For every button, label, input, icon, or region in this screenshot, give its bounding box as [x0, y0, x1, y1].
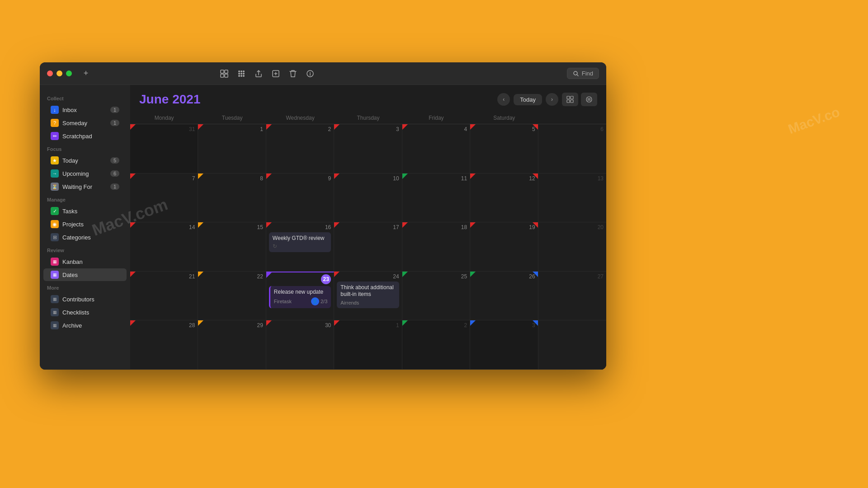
table-row[interactable]: 15: [198, 222, 266, 272]
cal-cell-23[interactable]: 23 Release new update Firetask 👤 2/3: [266, 272, 334, 321]
share-icon[interactable]: [254, 69, 264, 79]
table-row[interactable]: 25: [402, 272, 470, 321]
dates-icon: ▦: [51, 271, 59, 279]
table-row[interactable]: 7: [130, 174, 198, 223]
think-project: Airrends: [340, 300, 359, 305]
scratchpad-label: Scratchpad: [62, 133, 119, 140]
svg-rect-2: [221, 74, 224, 77]
table-row[interactable]: 11: [402, 174, 470, 223]
day-header-tue: Tuesday: [198, 112, 266, 124]
contributors-icon: ▦: [51, 295, 59, 303]
table-row[interactable]: 12: [470, 174, 538, 223]
add-button[interactable]: +: [81, 69, 91, 79]
calendar-header: June 2021 ‹ Today ›: [130, 85, 606, 112]
table-row[interactable]: 21: [130, 272, 198, 321]
next-month-button[interactable]: ›: [546, 93, 558, 106]
table-row[interactable]: 27: [538, 272, 606, 321]
sidebar-item-upcoming[interactable]: → Upcoming 6: [43, 167, 127, 180]
table-row[interactable]: 6: [538, 124, 606, 174]
table-row[interactable]: [538, 320, 606, 370]
svg-point-7: [238, 73, 240, 75]
table-row[interactable]: 2: [402, 320, 470, 370]
day-headers: Monday Tuesday Wednesday Thursday Friday…: [130, 112, 606, 124]
user-avatar: 👤: [311, 297, 319, 305]
table-row[interactable]: 18: [402, 222, 470, 272]
table-row[interactable]: 4: [402, 124, 470, 174]
categories-label: Categories: [62, 234, 119, 241]
table-row[interactable]: 29: [198, 320, 266, 370]
event-release-update[interactable]: Release new update Firetask 👤 2/3: [269, 286, 331, 309]
today-label: Today: [62, 157, 107, 164]
table-row[interactable]: 2: [266, 124, 334, 174]
table-row[interactable]: 8: [198, 174, 266, 223]
svg-point-4: [238, 70, 240, 72]
app-window: +: [40, 62, 606, 370]
table-row[interactable]: 1: [198, 124, 266, 174]
sidebar-item-categories[interactable]: ⊞ Categories: [43, 231, 127, 244]
svg-rect-3: [225, 74, 228, 77]
table-row[interactable]: 13: [538, 174, 606, 223]
app-body: Collect ↓ Inbox 1 ? Someday 1 ✏ Scratchp…: [40, 85, 606, 370]
table-row[interactable]: 3: [470, 320, 538, 370]
today-button[interactable]: Today: [514, 94, 542, 105]
sidebar-item-kanban[interactable]: ▦ Kanban: [43, 255, 127, 268]
event-meta: Firetask 👤 2/3: [274, 297, 327, 305]
sidebar-item-checklists[interactable]: ▦ Checklists: [43, 306, 127, 319]
sidebar-item-projects[interactable]: ◉ Projects: [43, 218, 127, 230]
table-row[interactable]: 20: [538, 222, 606, 272]
table-row[interactable]: 9: [266, 174, 334, 223]
sidebar-item-dates[interactable]: ▦ Dates: [43, 268, 127, 281]
layout-icon[interactable]: [219, 69, 229, 79]
table-row[interactable]: 5: [470, 124, 538, 174]
section-focus: Focus: [40, 143, 130, 154]
close-button[interactable]: [47, 70, 53, 76]
sidebar-item-inbox[interactable]: ↓ Inbox 1: [43, 103, 127, 116]
upcoming-icon: →: [51, 169, 59, 178]
event-weekly-review[interactable]: Weekly GTD® review ↻: [269, 232, 331, 252]
table-row[interactable]: 10: [334, 174, 402, 223]
svg-point-11: [241, 75, 242, 77]
minimize-button[interactable]: [57, 70, 62, 76]
sidebar-item-today[interactable]: ★ Today 5: [43, 154, 127, 167]
find-button[interactable]: Find: [567, 68, 599, 79]
table-row[interactable]: 30: [266, 320, 334, 370]
import-icon[interactable]: [271, 69, 281, 79]
table-row[interactable]: 26: [470, 272, 538, 321]
sidebar: Collect ↓ Inbox 1 ? Someday 1 ✏ Scratchp…: [40, 85, 130, 370]
table-row[interactable]: 1: [334, 320, 402, 370]
grid-icon[interactable]: [236, 69, 246, 79]
event-project: Firetask: [274, 299, 292, 304]
event-count: 👤 2/3: [311, 297, 327, 305]
event-think-about[interactable]: Think about additional built-in items Ai…: [337, 282, 399, 308]
table-row[interactable]: 3: [334, 124, 402, 174]
month-view-button[interactable]: [562, 93, 578, 106]
prev-month-button[interactable]: ‹: [497, 93, 510, 106]
day-header-fri: Friday: [402, 112, 470, 124]
title-bar-right: Find: [567, 68, 599, 79]
inbox-icon: ↓: [51, 106, 59, 114]
day-header-wed: Wednesday: [266, 112, 334, 124]
table-row[interactable]: 19: [470, 222, 538, 272]
table-row[interactable]: 31: [130, 124, 198, 174]
table-row[interactable]: 14: [130, 222, 198, 272]
table-row[interactable]: 17: [334, 222, 402, 272]
event-title: Weekly GTD® review: [273, 235, 327, 242]
list-view-button[interactable]: [581, 93, 597, 106]
sidebar-item-someday[interactable]: ? Someday 1: [43, 117, 127, 129]
today-icon: ★: [51, 156, 59, 164]
section-more: More: [40, 282, 130, 292]
cal-cell-24[interactable]: 24 Think about additional built-in items…: [334, 272, 402, 321]
table-row[interactable]: 22: [198, 272, 266, 321]
maximize-button[interactable]: [66, 70, 72, 76]
checklists-label: Checklists: [62, 309, 119, 316]
sidebar-item-tasks[interactable]: ✓ Tasks: [43, 205, 127, 217]
table-row[interactable]: 28: [130, 320, 198, 370]
sidebar-item-scratchpad[interactable]: ✏ Scratchpad: [43, 130, 127, 142]
sidebar-item-waiting-for[interactable]: ⏳ Waiting For 1: [43, 180, 127, 193]
cal-cell-16[interactable]: 16 Weekly GTD® review ↻: [266, 222, 334, 272]
sidebar-item-contributors[interactable]: ▦ Contributors: [43, 293, 127, 305]
svg-rect-18: [567, 100, 570, 103]
sidebar-item-archive[interactable]: ▦ Archive: [43, 319, 127, 332]
trash-icon[interactable]: [288, 69, 298, 79]
info-icon[interactable]: [305, 69, 315, 79]
